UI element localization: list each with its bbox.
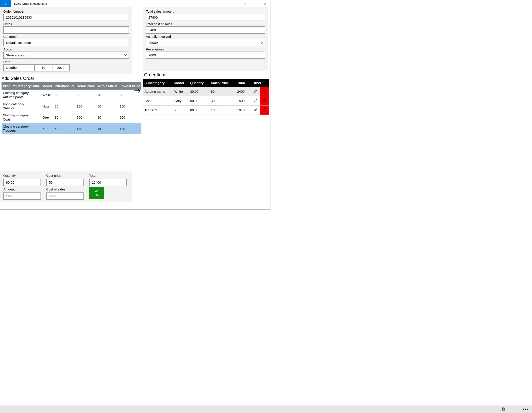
table-row[interactable]: Clothing categoryTrousersXL5013045100 bbox=[1, 123, 142, 134]
minimize-icon bbox=[244, 3, 246, 5]
oi-cell-qty: 80.00 bbox=[189, 105, 209, 115]
customer-select[interactable] bbox=[3, 39, 129, 46]
amount-label: Amount bbox=[3, 187, 43, 191]
oi-cell-sub: Coat bbox=[143, 96, 173, 105]
window-title: Sales Order Management bbox=[14, 2, 47, 5]
receivables-input[interactable] bbox=[146, 52, 265, 59]
oi-cell-total: 2400 bbox=[236, 87, 251, 96]
aso-cell-catsub: Clothing categoryCoat bbox=[1, 112, 41, 123]
add-sales-order-table: Product Category/Subc Model Purchase Pr … bbox=[1, 82, 142, 134]
edit-button[interactable] bbox=[251, 87, 260, 96]
aso-col-model[interactable]: Model bbox=[41, 82, 53, 90]
oi-col-sub[interactable]: Subcategory bbox=[143, 79, 173, 87]
minimize-button[interactable] bbox=[240, 0, 250, 7]
ok-button[interactable]: OK bbox=[89, 187, 104, 199]
total-input[interactable] bbox=[89, 179, 127, 186]
aso-cell-retail: 130 bbox=[76, 123, 96, 134]
delete-button[interactable] bbox=[260, 96, 269, 105]
order-form-left: Order Number Notes Customer Account Date… bbox=[0, 7, 132, 74]
oi-col-model[interactable]: Model bbox=[173, 79, 189, 87]
svg-rect-1 bbox=[254, 3, 256, 5]
costprice-input[interactable] bbox=[46, 179, 84, 186]
oi-cell-model: White bbox=[173, 87, 189, 96]
add-sales-order-heading: Add Sales Order bbox=[1, 76, 131, 81]
oi-cell-total: 15000 bbox=[236, 96, 251, 105]
table-row[interactable]: Food categorySnacksNuts8018060150 bbox=[1, 101, 142, 112]
notes-input[interactable] bbox=[3, 26, 129, 34]
check-icon bbox=[95, 190, 99, 193]
oi-cell-qty: 30.00 bbox=[189, 87, 209, 96]
total-label: Total bbox=[89, 174, 129, 178]
edit-button[interactable] bbox=[251, 96, 260, 105]
aso-cell-catsub: Food categorySnacks bbox=[1, 101, 41, 112]
order-item-table: Subcategory Model Quantity Sales Price T… bbox=[143, 79, 269, 115]
maximize-icon bbox=[254, 3, 256, 5]
delete-button[interactable] bbox=[260, 105, 269, 115]
aso-cell-purchase: 80 bbox=[53, 101, 76, 112]
account-label: Account bbox=[3, 47, 129, 51]
costprice-label: Cost price bbox=[46, 174, 86, 178]
total-cost-input[interactable] bbox=[146, 26, 265, 34]
close-button[interactable] bbox=[260, 0, 270, 7]
pencil-icon bbox=[254, 89, 257, 93]
oi-cell-price: 300 bbox=[209, 96, 236, 105]
notes-label: Notes bbox=[3, 22, 129, 26]
maximize-button[interactable] bbox=[250, 0, 260, 7]
aso-cell-wholesale: 60 bbox=[96, 101, 118, 112]
costsales-label: Cost of sales bbox=[46, 187, 86, 191]
aso-cell-model: White bbox=[41, 90, 53, 101]
aso-cell-model: Nuts bbox=[41, 101, 53, 112]
clear-icon[interactable] bbox=[261, 41, 264, 45]
amount-input[interactable] bbox=[3, 192, 41, 200]
close-icon bbox=[264, 3, 266, 5]
date-year[interactable]: 2020 bbox=[52, 64, 70, 71]
oi-cell-price: 130 bbox=[209, 105, 236, 115]
table-row[interactable]: Clothing categoryAutumn pantsWhite308028… bbox=[1, 90, 142, 101]
aso-cell-wholesale: 28 bbox=[96, 90, 118, 101]
oi-col-qty[interactable]: Quantity bbox=[189, 79, 209, 87]
oi-col-total[interactable]: Total bbox=[236, 79, 251, 87]
quantity-input[interactable] bbox=[3, 179, 41, 186]
oi-cell-sub: Autumn pants bbox=[143, 87, 173, 96]
aso-col-retail[interactable]: Retail Price bbox=[76, 82, 96, 90]
oi-cell-price: 80 bbox=[209, 87, 236, 96]
table-row[interactable]: TrousersXL80.0013010400 bbox=[143, 105, 269, 115]
order-item-heading: Order Item bbox=[144, 72, 267, 77]
arrow-left-icon bbox=[4, 2, 7, 6]
table-row[interactable]: Autumn pantsWhite30.00802400 bbox=[143, 87, 269, 96]
aso-cell-catsub: Clothing categoryAutumn pants bbox=[1, 90, 41, 101]
aso-cell-wholesale: 45 bbox=[96, 123, 118, 134]
costsales-input[interactable] bbox=[46, 192, 84, 200]
account-select[interactable] bbox=[3, 52, 129, 59]
edit-button[interactable] bbox=[251, 105, 260, 115]
aso-cell-model: Grey bbox=[41, 112, 53, 123]
total-sales-input[interactable] bbox=[146, 14, 265, 21]
table-row[interactable]: Clothing categoryCoatGrey9030080200 bbox=[1, 112, 142, 123]
aso-col-wholesale[interactable]: Wholesale P bbox=[96, 82, 118, 90]
oi-cell-model: Grey bbox=[173, 96, 189, 105]
aso-cell-retail: 180 bbox=[76, 101, 96, 112]
date-picker[interactable]: October 10 2020 bbox=[3, 64, 129, 71]
total-sales-label: Total sales amount bbox=[146, 9, 265, 13]
table-row[interactable]: CoatGrey50.0030015000 bbox=[143, 96, 269, 105]
aso-col-purchase[interactable]: Purchase Pr bbox=[53, 82, 76, 90]
delete-button[interactable] bbox=[260, 87, 269, 96]
order-number-input[interactable] bbox=[3, 14, 129, 21]
date-day[interactable]: 10 bbox=[34, 64, 52, 71]
oi-col-other[interactable]: Other bbox=[251, 79, 269, 87]
quantity-form: Quantity Cost price Total Amount Cost of… bbox=[0, 171, 132, 202]
aso-col-catsub[interactable]: Product Category/Subc bbox=[1, 82, 41, 90]
date-month[interactable]: October bbox=[3, 64, 34, 71]
window-controls bbox=[240, 0, 270, 7]
aso-cell-purchase: 50 bbox=[53, 123, 76, 134]
aso-cell-purchase: 90 bbox=[53, 112, 76, 123]
back-button[interactable] bbox=[0, 0, 11, 7]
totals-form: Total sales amount Total cost of sales A… bbox=[143, 7, 268, 71]
customer-label: Customer bbox=[3, 35, 129, 38]
received-input[interactable] bbox=[146, 39, 265, 46]
transfer-arrow[interactable] bbox=[132, 7, 143, 202]
trash-icon bbox=[262, 89, 266, 93]
aso-cell-wholesale: 80 bbox=[96, 112, 118, 123]
oi-col-price[interactable]: Sales Price bbox=[209, 79, 236, 87]
oi-cell-model: XL bbox=[173, 105, 189, 115]
